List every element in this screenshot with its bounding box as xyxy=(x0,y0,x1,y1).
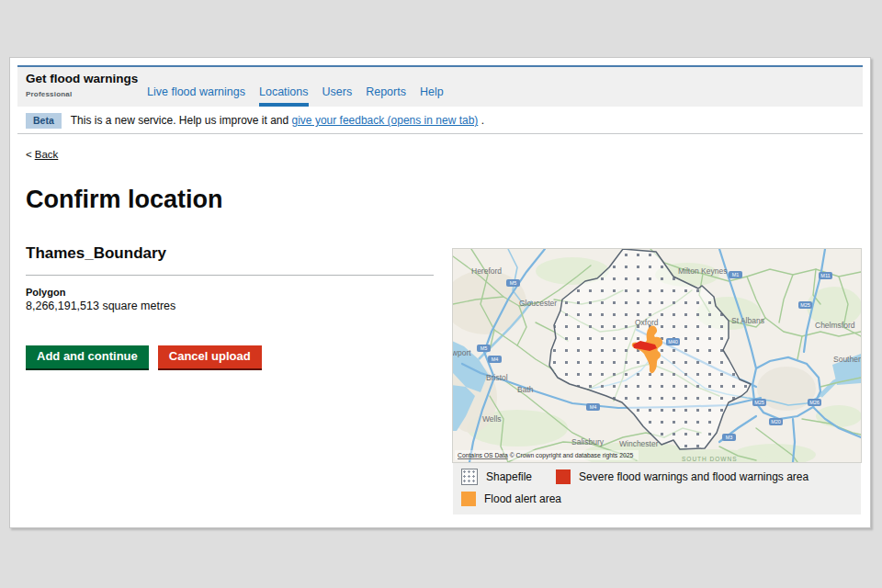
map-city-label: Chelmsford xyxy=(815,321,855,330)
map-city-label: St Albans xyxy=(731,316,764,325)
map-city-label: Newport xyxy=(453,348,471,357)
map-city-label: Gloucester xyxy=(519,299,557,308)
motorway-shield-label: M20 xyxy=(771,419,781,424)
legend-item-shapefile: Shapefile xyxy=(461,469,532,485)
map-city-label: Bath xyxy=(517,385,534,394)
page-card: Get flood warnings Professional Live flo… xyxy=(9,57,871,528)
phase-banner: Beta This is a new service. Help us impr… xyxy=(17,107,863,134)
legend-row: Shapefile Severe flood warnings and floo… xyxy=(461,469,853,485)
add-and-continue-button[interactable]: Add and continue xyxy=(26,345,149,368)
map-city-label: Salisbury xyxy=(571,437,605,447)
motorway-shield-label: M4 xyxy=(492,356,499,362)
motorway-shield-label: M25 xyxy=(754,400,764,405)
service-name: Get flood warnings xyxy=(26,72,138,85)
attribution-text: © Crown copyright and database rights 20… xyxy=(508,452,634,459)
motorway-shield-label: M5 xyxy=(510,280,517,286)
flood-alert-swatch-icon xyxy=(461,492,476,506)
phase-text: This is a new service. Help us improve i… xyxy=(71,114,292,127)
legend-item-severe-warnings: Severe flood warnings and flood warnings… xyxy=(556,469,808,484)
legend-label: Severe flood warnings and flood warnings… xyxy=(579,470,808,483)
shapefile-swatch-icon xyxy=(461,469,478,485)
action-buttons: Add and continue Cancel upload xyxy=(26,345,262,368)
service-header: Get flood warnings Professional Live flo… xyxy=(17,67,863,107)
location-name: Thames_Boundary xyxy=(26,244,166,263)
back-link[interactable]: <Back xyxy=(26,149,58,160)
map-preview: M5 M5 M4 M4 M40 M1 M25 M25 M26 M20 M3 M1… xyxy=(453,249,861,462)
shape-type-label: Polygon xyxy=(26,287,65,298)
motorway-shield-label: M40 xyxy=(668,339,678,345)
map-city-label: Hereford xyxy=(471,266,502,276)
motorway-shield-label: M5 xyxy=(481,345,488,351)
section-divider xyxy=(26,275,434,276)
map-attribution: Contains OS Data © Crown copyright and d… xyxy=(458,452,633,459)
legend-row: Flood alert area xyxy=(461,492,853,506)
beta-badge: Beta xyxy=(26,113,62,129)
shape-area-value: 8,266,191,513 square metres xyxy=(26,300,175,312)
map-city-label: Oxford xyxy=(635,318,659,327)
service-tag: Professional xyxy=(26,90,138,98)
primary-nav: Live flood warnings Locations Users Repo… xyxy=(147,67,444,107)
back-label: Back xyxy=(35,149,59,160)
nav-help[interactable]: Help xyxy=(420,67,444,107)
severe-warning-swatch-icon xyxy=(556,469,571,484)
phase-suffix: . xyxy=(478,114,484,127)
os-data-link[interactable]: Contains OS Data xyxy=(458,452,508,458)
motorway-shield-label: M3 xyxy=(726,435,733,440)
service-identity: Get flood warnings Professional xyxy=(26,72,138,98)
map-legend: Shapefile Severe flood warnings and floo… xyxy=(453,462,861,514)
page-title: Confirm location xyxy=(26,186,223,214)
legend-label: Shapefile xyxy=(486,470,532,483)
legend-item-flood-alert: Flood alert area xyxy=(461,492,561,506)
map-city-label: Wells xyxy=(482,414,502,424)
motorway-shield-label: M11 xyxy=(820,273,830,278)
motorway-shield-label: M25 xyxy=(800,302,810,308)
map-panel: M5 M5 M4 M4 M40 M1 M25 M25 M26 M20 M3 M1… xyxy=(453,249,861,514)
feedback-link[interactable]: give your feedback (opens in new tab) xyxy=(292,114,479,127)
map-city-label: Bristol xyxy=(486,373,508,382)
map-city-label: Milton Keynes xyxy=(678,266,727,276)
nav-reports[interactable]: Reports xyxy=(366,67,406,107)
back-chevron-icon: < xyxy=(26,149,32,160)
motorway-shield-label: M4 xyxy=(590,404,597,410)
map-city-label: Winchester xyxy=(619,439,659,448)
map-city-label: Southend xyxy=(833,355,861,364)
nav-locations[interactable]: Locations xyxy=(259,67,309,107)
cancel-upload-button[interactable]: Cancel upload xyxy=(158,345,262,368)
nav-users[interactable]: Users xyxy=(322,67,353,107)
motorway-shield-label: M26 xyxy=(809,400,820,405)
map-svg: M5 M5 M4 M4 M40 M1 M25 M25 M26 M20 M3 M1… xyxy=(453,249,861,462)
phase-banner-text: This is a new service. Help us improve i… xyxy=(71,114,484,127)
nav-live-flood-warnings[interactable]: Live flood warnings xyxy=(147,67,245,107)
legend-label: Flood alert area xyxy=(484,492,561,505)
national-park-label: SOUTH DOWNS xyxy=(682,456,737,462)
motorway-shield-label: M1 xyxy=(732,272,740,277)
